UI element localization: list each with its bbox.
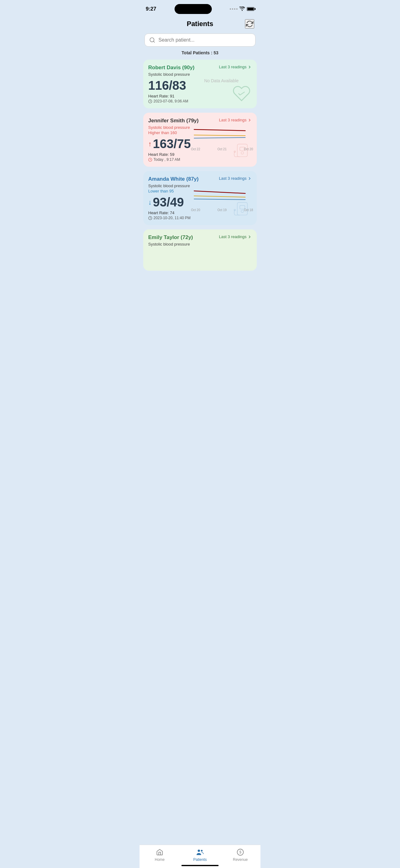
patient-card-emily-taylor: Emily Taylor (72y) Last 3 readings Systo… <box>143 229 257 271</box>
last-readings-button[interactable]: Last 3 readings <box>219 65 252 69</box>
patient-name: Amanda White (87y) <box>148 176 198 182</box>
notch <box>174 4 212 14</box>
chart-area: No Data Available <box>190 72 253 83</box>
bp-arrow-down: ↓ <box>148 198 152 207</box>
refresh-icon <box>246 20 253 28</box>
last-readings-label: Last 3 readings <box>219 235 246 239</box>
page-header: Patients <box>139 16 261 31</box>
svg-line-4 <box>194 129 245 131</box>
last-readings-label: Last 3 readings <box>219 118 246 122</box>
svg-rect-17 <box>240 206 245 209</box>
wifi-icon <box>239 6 245 12</box>
card-subtitle1: Systolic blood pressure <box>148 242 252 247</box>
status-bar: 9:27 <box>139 0 261 16</box>
svg-line-5 <box>194 135 245 136</box>
patient-card-amanda-white: Amanda White (87y) Last 3 readings Systo… <box>143 171 257 225</box>
heart-bg-icon <box>231 84 253 104</box>
page-title: Patients <box>187 20 213 28</box>
svg-rect-16 <box>237 203 247 215</box>
patient-name: Robert Davis (90y) <box>148 65 194 71</box>
last-readings-button[interactable]: Last 3 readings <box>219 118 252 122</box>
refresh-button[interactable] <box>245 19 254 29</box>
svg-line-15 <box>194 199 245 199</box>
bp-arrow-up: ↑ <box>148 140 152 148</box>
search-icon <box>149 37 155 43</box>
svg-rect-8 <box>240 147 245 151</box>
patient-card-jennifer-smith: Jennifer Smith (79y) Last 3 readings Sys… <box>143 113 257 167</box>
search-input[interactable] <box>159 37 251 43</box>
svg-line-13 <box>194 191 245 193</box>
search-bar[interactable] <box>144 34 256 46</box>
svg-rect-7 <box>237 144 247 157</box>
bp-device-icon <box>232 142 253 163</box>
patient-name: Jennifer Smith (79y) <box>148 118 199 124</box>
last-readings-label: Last 3 readings <box>219 176 246 181</box>
status-time: 9:27 <box>146 6 156 12</box>
svg-point-9 <box>241 152 243 154</box>
bp-device-icon <box>232 200 253 221</box>
signal-dots <box>230 8 237 10</box>
last-readings-button[interactable]: Last 3 readings <box>219 235 252 239</box>
svg-line-1 <box>154 41 155 42</box>
status-icons <box>230 6 254 12</box>
svg-point-18 <box>241 210 243 213</box>
patient-card-robert-davis: Robert Davis (90y) Last 3 readings Systo… <box>143 60 257 108</box>
patients-list: Robert Davis (90y) Last 3 readings Systo… <box>139 60 261 299</box>
patient-name: Emily Taylor (72y) <box>148 235 193 241</box>
battery-icon <box>247 7 254 11</box>
last-readings-button[interactable]: Last 3 readings <box>219 176 252 181</box>
no-data-text: No Data Available <box>190 78 253 83</box>
svg-line-14 <box>194 196 245 197</box>
last-readings-label: Last 3 readings <box>219 65 246 69</box>
svg-line-6 <box>194 137 245 138</box>
total-patients-label: Total Patients : 53 <box>139 50 261 55</box>
